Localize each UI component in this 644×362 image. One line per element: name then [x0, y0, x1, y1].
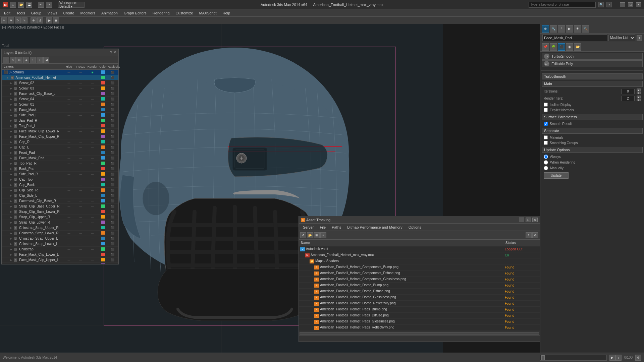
mod-item-turbosmooth[interactable]: TS TurboSmooth [542, 53, 643, 60]
asset-menu-paths[interactable]: Paths [329, 225, 344, 230]
layer-row[interactable]: ▸ ○ Strap_Clip_Lower_R — — — ⬛ [2, 220, 118, 225]
select-btn[interactable]: ↖ [1, 17, 7, 23]
mod-show-tree-btn[interactable]: 🌳 [550, 43, 557, 51]
play-btn[interactable]: ▶ [609, 355, 615, 361]
layer-row[interactable]: ▸ ○ Clip_Side_L — — — ⬛ [2, 193, 118, 198]
help-icon[interactable]: ? [606, 2, 612, 7]
layer-row[interactable]: ▸ ○ Cap_R — — — ⬛ [2, 139, 118, 145]
mod-subobj-btn[interactable]: ◉ [566, 43, 573, 51]
layer-delete-btn[interactable]: ✕ [10, 57, 16, 63]
layer-panel-close[interactable]: ✕ [113, 50, 116, 55]
render-btn[interactable]: ▶ [46, 17, 52, 23]
create-tab[interactable]: ⊕ [542, 25, 549, 33]
ts-main-section[interactable]: Main [542, 81, 643, 87]
hierarchy-tab[interactable]: ⋮ [558, 25, 565, 33]
ts-manually-radio[interactable] [544, 166, 548, 170]
asset-row[interactable]: RAmerican_Football_Helmet_Pads_Diffuse.p… [299, 313, 540, 319]
asset-row[interactable]: RAmerican_Football_Helmet_Pads_Reflectiv… [299, 325, 540, 331]
layer-row[interactable]: ▸ ○ American_Football_Helmet — — — ⬛ [2, 75, 118, 80]
ts-always-radio[interactable] [544, 155, 548, 159]
layer-up-btn[interactable]: ↑ [30, 57, 36, 63]
ts-update-section[interactable]: Update Options [542, 147, 643, 153]
layer-row[interactable]: ▸ ○ Back_Pad — — — ⬛ [2, 166, 118, 172]
asset-row[interactable]: RAmerican_Football_Helmet_Components_Dif… [299, 270, 540, 277]
angle-snap-btn[interactable]: ∡ [37, 17, 43, 23]
asset-row[interactable]: 📁Maps / Shaders [299, 258, 540, 264]
menu-maxscript[interactable]: MAXScript [197, 10, 219, 16]
layer-row[interactable]: ▸ ○ Chinstrap_Strap_Upper_L — — — ⬛ [2, 236, 118, 241]
menu-views[interactable]: Views [45, 10, 60, 16]
modify-tab[interactable]: 🔧 [550, 25, 557, 33]
layer-row[interactable]: ▸ ○ Clip_Side_R — — — ⬛ [2, 188, 118, 193]
utilities-tab[interactable]: 🔨 [582, 25, 589, 33]
ts-iterations-input[interactable] [621, 89, 635, 94]
asset-row[interactable]: RAmerican_Football_Helmet_Dome_Glossines… [299, 295, 540, 301]
menu-graph-editors[interactable]: Graph Editors [121, 10, 149, 16]
layer-row[interactable]: ▸ ○ Strap_Clip_Base_Lower_R — — — ⬛ [2, 209, 118, 215]
search-input[interactable] [529, 2, 596, 8]
layer-row[interactable]: ▸ ○ Front_Pad — — — ⬛ [2, 150, 118, 156]
asset-row[interactable]: MAmerican_Football_Helmet_max_vray.max O… [299, 252, 540, 258]
layer-row[interactable]: ▸ ○ Chinstrap_Strap_Lower_L — — — ⬛ [2, 241, 118, 247]
motion-tab[interactable]: ▶ [566, 25, 573, 33]
ts-iterations-spinner[interactable]: ▲ ▼ [637, 88, 641, 94]
viewport-settings-btn[interactable]: ⚙ [635, 355, 641, 361]
layer-row[interactable]: ▸ ○ Jaw_Pad_R — — — ⬛ [2, 118, 118, 123]
asset-grid-btn[interactable]: ⊞ [314, 232, 320, 238]
maximize-btn[interactable]: □ [628, 2, 633, 7]
layer-row[interactable]: ▸ ○ Screw_01 — — — ⬛ [2, 102, 118, 107]
time-slider-thumb[interactable] [541, 355, 545, 360]
menu-create[interactable]: Create [60, 10, 77, 16]
mod-item-editablepoly[interactable]: EP Editable Poly [542, 60, 643, 67]
menu-animation[interactable]: Animation [99, 10, 120, 16]
layer-collapse-btn[interactable]: ◀ [43, 57, 49, 63]
layer-row[interactable]: ▸ ○ Face_Mask_Clip_Upper_R — — — ⬛ [2, 134, 118, 139]
mod-open-btn[interactable]: 📂 [574, 43, 581, 51]
asset-menu-server[interactable]: Server [300, 225, 316, 230]
keyframe-btn[interactable]: ⬥ [615, 355, 622, 361]
layer-row[interactable]: ▸ ○ Top_Pad_L — — — ⬛ [2, 123, 118, 129]
menu-group[interactable]: Group [29, 10, 44, 16]
ts-isoline-checkbox[interactable] [544, 103, 548, 107]
layer-row[interactable]: ▸ ○ Facemask_Clip_Base_R — — — ⬛ [2, 198, 118, 204]
layer-row[interactable]: ▸ ○ Strap_Clip_Lower_L — — — ⬛ [2, 263, 118, 264]
asset-menu-options[interactable]: Options [406, 225, 424, 230]
ts-iterations-up[interactable]: ▲ [637, 88, 641, 91]
ts-render-iters-input[interactable] [621, 96, 635, 101]
object-name-field[interactable] [542, 35, 607, 41]
ts-materials-checkbox[interactable] [544, 135, 548, 139]
layer-row[interactable]: ▸ ○ Strap_Clip_Upper_R — — — ⬛ [2, 215, 118, 220]
modifier-dropdown-arrow[interactable]: ▾ [637, 35, 642, 41]
layer-row[interactable]: ▸ ○ Screw_02 — — — ⬛ [2, 80, 118, 86]
layer-row[interactable]: ⬛ 0 (default) — — ■ ⬛ [2, 70, 118, 75]
layer-row[interactable]: ▸ ○ Side_Pad_R — — — ⬛ [2, 172, 118, 177]
ts-smooth-result-checkbox[interactable] [544, 122, 548, 126]
ts-iterations-down[interactable]: ▼ [637, 92, 641, 94]
asset-locate-btn[interactable]: 📂 [307, 232, 313, 238]
layer-row[interactable]: ▸ ○ Strap_Clip_Base_Upper_R — — — ⬛ [2, 204, 118, 209]
material-editor-btn[interactable]: ◉ [53, 17, 59, 23]
ts-when-rendering-radio[interactable] [544, 160, 548, 165]
asset-maximize-btn[interactable]: □ [526, 218, 531, 222]
ts-header[interactable]: TurboSmooth [542, 73, 643, 79]
asset-close-btn[interactable]: ✕ [532, 218, 538, 222]
minimize-btn[interactable]: — [620, 2, 625, 7]
display-tab[interactable]: 👁 [574, 25, 581, 33]
asset-menu-bitmap[interactable]: Bitmap Performance and Memory [344, 225, 405, 230]
ts-render-iters-down[interactable]: ▼ [637, 99, 641, 101]
layer-row[interactable]: ▸ ○ Cap_Back — — — ⬛ [2, 182, 118, 188]
new-btn[interactable]: □ [10, 2, 16, 8]
move-btn[interactable]: ✥ [8, 17, 14, 23]
asset-help-btn[interactable]: ? [526, 232, 532, 238]
open-btn[interactable]: 📂 [18, 2, 24, 8]
ts-render-iters-spinner[interactable]: ▲ ▼ [637, 96, 641, 101]
menu-help[interactable]: Help [220, 10, 233, 16]
asset-row[interactable]: RAmerican_Football_Helmet_Pads_Glossines… [299, 319, 540, 325]
ts-render-iters-up[interactable]: ▲ [637, 96, 641, 98]
save-btn[interactable]: 💾 [26, 2, 32, 8]
asset-scroll-track[interactable] [300, 332, 539, 335]
menu-rendering[interactable]: Rendering [150, 10, 172, 16]
layer-row[interactable]: ▸ ○ Facemask_Clip_Base_L — — — ⬛ [2, 91, 118, 97]
asset-row[interactable]: VAutodesk Vault Logged Out [299, 246, 540, 252]
mod-pin-btn[interactable]: 📌 [542, 43, 549, 51]
